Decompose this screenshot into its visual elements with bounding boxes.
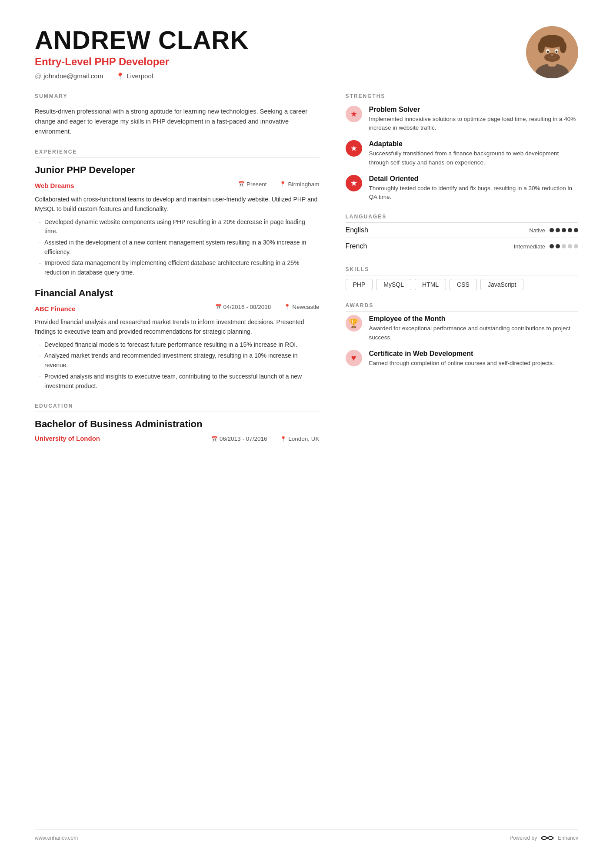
dot [556,244,560,248]
skill-javascript: JavaScript [480,279,523,290]
job-2-desc: Provided financial analysis and research… [35,318,320,336]
skills-label: SKILLS [346,266,579,275]
award-1: 🏆 Employee of the Month Awarded for exce… [346,315,579,342]
candidate-title: Entry-Level PHP Developer [35,56,249,68]
strength-3-icon: ★ [346,175,362,191]
job-1-bullet-1: Developed dynamic website components usi… [39,218,320,236]
header-left: ANDREW CLARK Entry-Level PHP Developer @… [35,26,249,80]
dot [550,244,554,248]
resume-page: ANDREW CLARK Entry-Level PHP Developer @… [0,0,613,868]
award-2-desc: Earned through completion of online cour… [369,359,554,368]
strength-3-title: Detail Oriented [369,175,579,183]
skill-php: PHP [346,279,373,290]
pin-icon-2: 📍 [284,303,290,311]
calendar-icon-1: 📅 [238,180,245,188]
summary-section: SUMMARY Results-driven professional with… [35,93,320,137]
edu-school: University of London [35,433,100,444]
language-french: French Intermediate [346,242,579,254]
strength-1: ★ Problem Solver Implemented innovative … [346,106,579,133]
right-column: STRENGTHS ★ Problem Solver Implemented i… [346,93,579,812]
lang-french-name: French [346,242,367,250]
job-1-bullet-2: Assisted in the development of a new con… [39,238,320,257]
job-2-bullet-3: Provided analysis and insights to execut… [39,372,320,391]
lang-english-dots [550,228,578,232]
footer: www.enhancv.com Powered by Enhancv [35,829,578,842]
svg-point-10 [547,51,549,53]
education-label: EDUCATION [35,403,320,412]
lang-french-right: Intermediate [514,243,578,250]
candidate-name: ANDREW CLARK [35,26,249,54]
experience-label: EXPERIENCE [35,149,320,158]
dot [568,228,572,232]
job-1-desc: Collaborated with cross-functional teams… [35,195,320,214]
job-2-bullets: Developed financial models to forecast f… [35,340,320,391]
job-1-company: Web Dreams [35,181,74,191]
edu-meta: 📅 06/2013 - 07/2016 📍 London, UK [211,434,319,444]
job-1-location: 📍 Birmingham [280,180,319,189]
award-2: ♥ Certificate in Web Development Earned … [346,350,579,368]
strengths-label: STRENGTHS [346,93,579,102]
skill-css: CSS [450,279,477,290]
job-1-date: 📅 Present [238,180,267,189]
summary-text: Results-driven professional with a stron… [35,107,320,137]
job-2-date: 📅 04/2016 - 08/2018 [215,302,271,312]
awards-section: AWARDS 🏆 Employee of the Month Awarded f… [346,302,579,368]
job-2-bullet-2: Analyzed market trends and recommended i… [39,351,320,370]
calendar-icon-2: 📅 [215,303,222,311]
skills-list: PHP MySQL HTML CSS JavaScript [346,279,579,290]
left-column: SUMMARY Results-driven professional with… [35,93,320,812]
strength-2-icon: ★ [346,140,362,157]
education-section: EDUCATION Bachelor of Business Administr… [35,403,320,444]
strength-1-body: Problem Solver Implemented innovative so… [369,106,579,133]
strength-3-body: Detail Oriented Thoroughly tested code t… [369,175,579,202]
dot [574,228,578,232]
languages-section: LANGUAGES English Native [346,214,579,254]
brand-name: Enhancv [558,835,578,841]
dot [562,244,566,248]
job-1-title: Junior PHP Developer [35,162,320,178]
job-2-company: ABC Finance [35,304,75,314]
avatar [526,26,578,78]
education-item-1: Bachelor of Business Administration Univ… [35,416,320,444]
experience-section: EXPERIENCE Junior PHP Developer Web Drea… [35,149,320,391]
header-section: ANDREW CLARK Entry-Level PHP Developer @… [35,26,578,80]
job-2-title: Financial Analyst [35,285,320,301]
strength-1-title: Problem Solver [369,106,579,114]
location-contact: 📍 Liverpool [116,72,153,80]
dot [556,228,560,232]
strength-1-desc: Implemented innovative solutions to opti… [369,115,579,133]
award-1-title: Employee of the Month [369,315,579,323]
calendar-icon-edu: 📅 [211,436,218,442]
job-1-bullet-3: Improved data management by implementing… [39,258,320,277]
email-icon: @ [35,72,41,80]
lang-french-dots [550,244,578,248]
job-2: Financial Analyst ABC Finance 📅 04/2016 … [35,285,320,391]
dot [562,228,566,232]
lang-english-right: Native [529,227,578,234]
job-1-bullets: Developed dynamic website components usi… [35,218,320,278]
summary-label: SUMMARY [35,93,320,102]
award-2-body: Certificate in Web Development Earned th… [369,350,554,368]
svg-point-12 [551,54,553,56]
awards-label: AWARDS [346,302,579,312]
enhancv-logo-icon [540,834,554,842]
header-contact: @ johndoe@gmail.com 📍 Liverpool [35,72,249,80]
strength-2: ★ Adaptable Successfully transitioned fr… [346,140,579,167]
skills-section: SKILLS PHP MySQL HTML CSS JavaScript [346,266,579,290]
award-2-icon: ♥ [346,350,362,366]
job-2-meta: 📅 04/2016 - 08/2018 📍 Newcastle [215,302,320,312]
dot [568,244,572,248]
main-content: SUMMARY Results-driven professional with… [35,93,578,812]
language-english: English Native [346,226,579,238]
skill-mysql: MySQL [376,279,411,290]
email-contact: @ johndoe@gmail.com [35,72,103,80]
pin-icon-1: 📍 [280,180,286,188]
job-1: Junior PHP Developer Web Dreams 📅 Presen… [35,162,320,277]
award-1-desc: Awarded for exceptional performance and … [369,324,579,342]
dot [574,244,578,248]
strength-2-desc: Successfully transitioned from a finance… [369,149,579,167]
strength-3: ★ Detail Oriented Thoroughly tested code… [346,175,579,202]
svg-point-11 [556,51,558,53]
footer-powered: Powered by Enhancv [510,834,578,842]
dot [550,228,554,232]
